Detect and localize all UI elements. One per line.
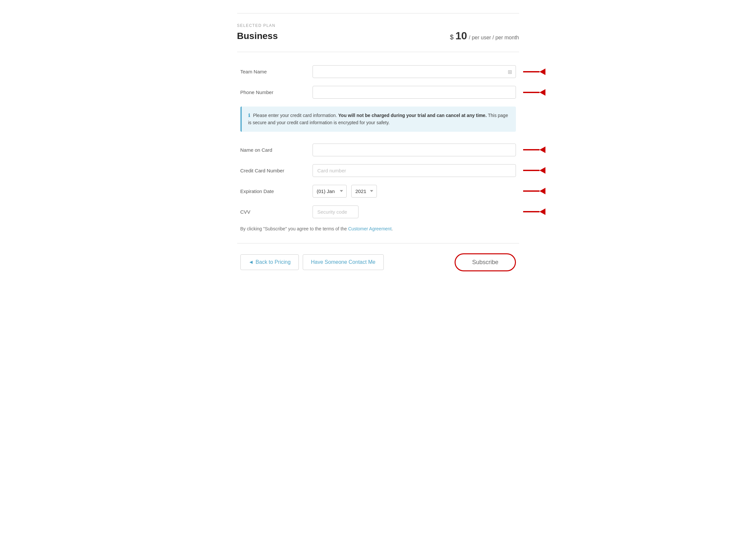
price-detail: / per user / per month xyxy=(469,35,519,40)
team-name-label: Team Name xyxy=(240,69,313,74)
subscribe-label: Subscribe xyxy=(472,259,498,266)
subscribe-button[interactable]: Subscribe xyxy=(455,253,516,272)
phone-number-input-wrap xyxy=(313,86,516,99)
info-box: ℹ Please enter your credit card informat… xyxy=(240,107,516,132)
customer-agreement-link[interactable]: Customer Agreement xyxy=(348,226,392,232)
arrow-cvv xyxy=(523,209,545,215)
cvv-row: CVV xyxy=(240,206,516,218)
form-section: Team Name ⊞ Phone Number ℹ Plea xyxy=(237,65,519,218)
expiry-label: Expiration Date xyxy=(240,189,313,194)
name-on-card-label: Name on Card xyxy=(240,147,313,153)
back-arrow-icon: ◄ xyxy=(249,259,254,265)
plan-name: Business xyxy=(237,31,278,41)
credit-card-label: Credit Card Number xyxy=(240,168,313,173)
arrow-phone-number xyxy=(523,89,545,96)
back-to-pricing-button[interactable]: ◄ Back to Pricing xyxy=(240,254,299,270)
card-number-input-wrap xyxy=(313,164,516,177)
arrow-name-on-card xyxy=(523,147,545,153)
contact-button[interactable]: Have Someone Contact Me xyxy=(303,254,384,270)
info-icon: ℹ xyxy=(248,113,250,118)
price-symbol: $ xyxy=(450,33,454,41)
terms-text: By clicking "Subscribe" you agree to the… xyxy=(240,226,516,232)
team-name-icon: ⊞ xyxy=(508,69,512,75)
phone-number-input[interactable] xyxy=(313,86,516,99)
credit-card-row: Credit Card Number xyxy=(240,164,516,177)
arrow-team-name xyxy=(523,69,545,75)
name-on-card-input-wrap xyxy=(313,144,516,156)
name-on-card-row: Name on Card xyxy=(240,144,516,156)
cvv-input-wrap xyxy=(313,206,516,218)
section-divider xyxy=(237,52,519,52)
back-label: Back to Pricing xyxy=(255,259,291,265)
plan-price: $ 10 / per user / per month xyxy=(450,30,519,42)
expiry-input-wrap: (01) Jan (02) Feb (03) Mar (04) Apr (05)… xyxy=(313,185,516,198)
expiry-selects: (01) Jan (02) Feb (03) Mar (04) Apr (05)… xyxy=(313,185,516,198)
expiry-row: Expiration Date (01) Jan (02) Feb (03) M… xyxy=(240,185,516,198)
selected-plan-label: SELECTED PLAN xyxy=(237,23,519,28)
team-name-row: Team Name ⊞ xyxy=(240,65,516,78)
expiry-month-select[interactable]: (01) Jan (02) Feb (03) Mar (04) Apr (05)… xyxy=(313,185,347,198)
cvv-input[interactable] xyxy=(313,206,358,218)
phone-number-label: Phone Number xyxy=(240,90,313,95)
footer-actions: ◄ Back to Pricing Have Someone Contact M… xyxy=(237,253,519,272)
bottom-divider xyxy=(237,243,519,244)
name-on-card-input[interactable] xyxy=(313,144,516,156)
plan-header: Business $ 10 / per user / per month xyxy=(237,30,519,42)
card-number-input[interactable] xyxy=(313,164,516,177)
info-text-bold: You will not be charged during your tria… xyxy=(338,113,487,118)
subscribe-wrapper: Subscribe xyxy=(455,253,516,272)
expiry-year-select[interactable]: 2021 2022 2023 2024 2025 2026 2027 2028 … xyxy=(351,185,377,198)
phone-number-row: Phone Number xyxy=(240,86,516,99)
contact-label: Have Someone Contact Me xyxy=(311,259,376,265)
team-name-input-wrap: ⊞ xyxy=(313,65,516,78)
team-name-input[interactable] xyxy=(313,65,516,78)
footer-left: ◄ Back to Pricing Have Someone Contact M… xyxy=(240,254,384,270)
cvv-label: CVV xyxy=(240,209,313,215)
top-divider xyxy=(237,13,519,13)
arrow-expiry xyxy=(523,188,545,194)
price-amount: 10 xyxy=(455,30,467,42)
info-text-normal: Please enter your credit card informatio… xyxy=(253,113,338,118)
arrow-credit-card xyxy=(523,167,545,174)
